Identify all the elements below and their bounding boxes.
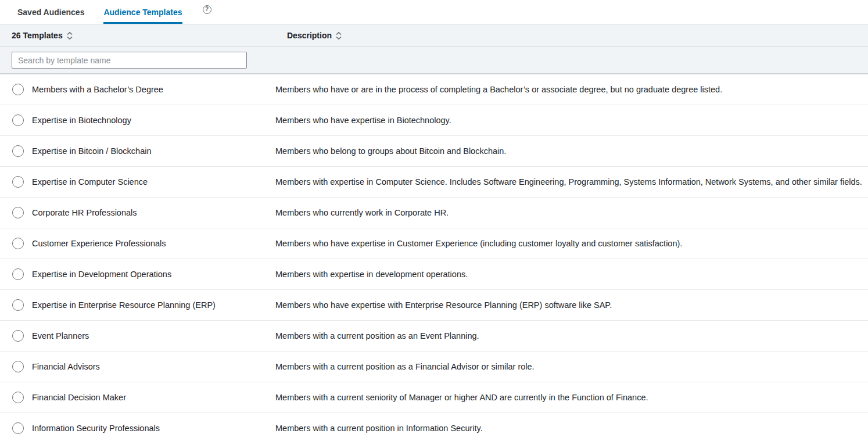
row-left-cell: Expertise in Bitcoin / Blockchain [0,145,275,157]
radio-button[interactable] [12,299,24,311]
column-header-description[interactable]: Description [275,31,868,40]
sort-icon[interactable] [335,31,342,40]
table-row[interactable]: Expertise in Development Operations Memb… [0,259,868,290]
table-row[interactable]: Financial Decision Maker Members with a … [0,382,868,413]
template-name: Event Planners [32,331,89,340]
row-left-cell: Event Planners [0,330,275,342]
radio-button[interactable] [12,422,24,434]
row-left-cell: Expertise in Biotechnology [0,114,275,126]
template-name: Members with a Bachelor’s Degree [32,85,163,94]
radio-button[interactable] [12,361,24,372]
template-name: Customer Experience Professionals [32,239,166,248]
table-row[interactable]: Expertise in Enterprise Resource Plannin… [0,290,868,321]
template-description: Members who belong to groups about Bitco… [275,146,868,156]
radio-button[interactable] [12,238,24,249]
template-description: Members with a current position as an Ev… [275,331,868,340]
table-row[interactable]: Expertise in Biotechnology Members who h… [0,105,868,136]
table-row[interactable]: Customer Experience Professionals Member… [0,228,868,259]
radio-button[interactable] [12,268,24,280]
table-header: 26 Templates Description [0,24,868,47]
table-row[interactable]: Event Planners Members with a current po… [0,321,868,352]
template-name: Financial Decision Maker [32,393,126,402]
template-name: Financial Advisors [32,362,100,371]
table-row[interactable]: Financial Advisors Members with a curren… [0,352,868,382]
template-name: Expertise in Bitcoin / Blockchain [32,146,152,156]
template-name: Corporate HR Professionals [32,208,137,217]
radio-button[interactable] [12,330,24,342]
template-description: Members who have expertise with Enterpri… [275,300,868,310]
description-header-label: Description [287,31,332,40]
rows: Members with a Bachelor’s Degree Members… [0,74,868,441]
sort-icon[interactable] [66,31,73,40]
tab-bar: Saved Audiences Audience Templates ? [0,0,868,24]
radio-button[interactable] [12,114,24,126]
search-row [0,47,868,74]
templates-count-label: 26 Templates [12,31,63,40]
template-name: Information Security Professionals [32,424,160,433]
row-left-cell: Corporate HR Professionals [0,207,275,218]
help-icon[interactable]: ? [203,5,211,14]
row-left-cell: Expertise in Computer Science [0,176,275,188]
template-description: Members who currently work in Corporate … [275,208,868,217]
tab-saved-audiences-label: Saved Audiences [17,8,84,17]
template-name: Expertise in Biotechnology [32,116,131,125]
radio-button[interactable] [12,145,24,157]
search-input[interactable] [12,52,247,69]
radio-button[interactable] [12,84,24,95]
tab-audience-templates[interactable]: Audience Templates [103,0,182,24]
template-name: Expertise in Computer Science [32,177,148,187]
row-left-cell: Expertise in Development Operations [0,268,275,280]
table-row[interactable]: Members with a Bachelor’s Degree Members… [0,74,868,105]
row-left-cell: Information Security Professionals [0,422,275,434]
row-left-cell: Financial Decision Maker [0,392,275,403]
template-description: Members with a current position in Infor… [275,424,868,433]
tab-audience-templates-label: Audience Templates [103,8,182,17]
radio-button[interactable] [12,207,24,218]
radio-button[interactable] [12,392,24,403]
template-description: Members with a current position as a Fin… [275,362,868,371]
template-description: Members who have expertise in Biotechnol… [275,116,868,125]
row-left-cell: Members with a Bachelor’s Degree [0,84,275,95]
template-description: Members with expertise in Computer Scien… [275,177,868,187]
template-description: Members who have or are in the process o… [275,85,868,94]
table-row[interactable]: Information Security Professionals Membe… [0,413,868,441]
template-name: Expertise in Enterprise Resource Plannin… [32,300,216,310]
row-left-cell: Financial Advisors [0,361,275,372]
row-left-cell: Expertise in Enterprise Resource Plannin… [0,299,275,311]
table-row[interactable]: Expertise in Bitcoin / Blockchain Member… [0,136,868,167]
radio-button[interactable] [12,176,24,188]
template-name: Expertise in Development Operations [32,270,171,279]
table-row[interactable]: Corporate HR Professionals Members who c… [0,198,868,228]
template-description: Members with a current seniority of Mana… [275,393,868,402]
template-description: Members with expertise in development op… [275,270,868,279]
tab-saved-audiences[interactable]: Saved Audiences [17,0,84,24]
column-header-templates[interactable]: 26 Templates [0,31,275,40]
table-row[interactable]: Expertise in Computer Science Members wi… [0,167,868,198]
row-left-cell: Customer Experience Professionals [0,238,275,249]
template-description: Members who have expertise in Customer E… [275,239,868,248]
